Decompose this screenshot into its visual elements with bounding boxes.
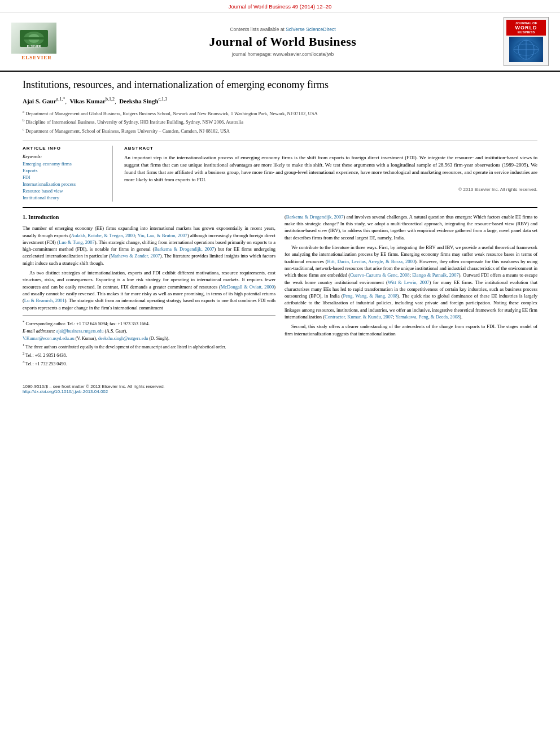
right-para-2: We contribute to the literature in three…: [285, 244, 537, 320]
article-info-panel: ARTICLE INFO Keywords: Emerging economy …: [23, 146, 113, 202]
intro-para-2: As two distinct strategies of internatio…: [23, 269, 275, 311]
footnote-star: * Corresponding author. Tel.: +1 732 646…: [23, 320, 275, 327]
ref-lu-beamish[interactable]: Lu & Beamish, 2001: [24, 298, 65, 303]
author-2-name: Vikas Kumar: [69, 98, 105, 104]
article-title: Institutions, resources, and internation…: [23, 78, 537, 91]
journal-citation-bar: Journal of World Business 49 (2014) 12–2…: [0, 0, 560, 12]
bottom-bar: 1090-9516/$ – see front matter © 2013 El…: [0, 381, 560, 397]
keyword-5: Resource based view: [23, 188, 106, 194]
section-divider: [23, 207, 537, 208]
elsevier-image: ELSEVIER: [11, 23, 56, 54]
email-kumar[interactable]: V.Kumar@econ.usyd.edu.au: [23, 336, 75, 341]
copyright: © 2013 Elsevier Inc. All rights reserved…: [124, 187, 537, 192]
ref-witt[interactable]: Witt & Lewin, 2007: [388, 279, 430, 285]
article-info-abstract: ARTICLE INFO Keywords: Emerging economy …: [23, 141, 537, 202]
affiliations: a Department of Management and Global Bu…: [23, 110, 537, 135]
email-gaur[interactable]: ajai@business.rutgers.edu: [56, 329, 104, 334]
journal-title: Journal of World Business: [73, 34, 492, 49]
ref-peng[interactable]: Peng, Wang, & Jiang, 2008: [343, 293, 398, 299]
ref-yiu[interactable]: Yiu, Lau, & Bruton, 2007: [137, 233, 187, 238]
article-info-title: ARTICLE INFO: [23, 146, 106, 151]
jwb-globe: [509, 37, 543, 62]
ref-barkema[interactable]: Barkema & Drogendijk, 2007: [154, 246, 214, 252]
doi-line: http://dx.doi.org/10.1016/j.jwb.2013.04.…: [23, 389, 537, 394]
authors-line: Ajai S. Gaura,1,*, Vikas Kumarb,1,2, Dee…: [23, 96, 537, 106]
keywords-label: Keywords:: [23, 154, 106, 159]
ref-yamakawa[interactable]: Yama­kawa, Peng, & Deeds, 2008: [395, 314, 460, 320]
ref-luo[interactable]: Luo & Tung, 2007: [59, 239, 95, 245]
ref-barkema-2[interactable]: Barkema & Drogendijk, 2007: [286, 214, 344, 220]
ref-mathews[interactable]: Mathews & Zander, 2007: [111, 253, 160, 259]
ref-cuervo[interactable]: Cuervo-Cazurra & Genc, 2008: [350, 272, 410, 278]
jwb-logo-label: JOURNAL OF WORLD BUSINESS: [506, 20, 546, 36]
footnote-3: 3 Tel.: +1 732 253 0490.: [23, 360, 275, 367]
right-para-3: Second, this study offers a clearer unde…: [285, 323, 537, 337]
svg-text:ELSEVIER: ELSEVIER: [27, 45, 41, 48]
main-content: Institutions, resources, and internation…: [0, 72, 560, 375]
right-para-1: (Barkema & Drogendijk, 2007) and involve…: [285, 213, 537, 241]
author-1-sup: a,1,*: [56, 97, 65, 102]
intro-heading: 1. Introduction: [23, 213, 275, 222]
affil-2: b Discipline of International Business, …: [23, 118, 537, 126]
doi-link[interactable]: http://dx.doi.org/10.1016/j.jwb.2013.04.…: [23, 389, 108, 394]
abstract-title: ABSTRACT: [124, 146, 537, 151]
ref-hitt[interactable]: Hitt, Dacin, Levitas, Arregle, & Borza, …: [327, 259, 414, 264]
keyword-6: Institutional theory: [23, 195, 106, 200]
affil-1: a Department of Management and Global Bu…: [23, 110, 537, 117]
abstract-text: An important step in the internationaliz…: [124, 154, 537, 184]
ref-mcdougall[interactable]: McDougall & Oviatt, 2000: [221, 284, 274, 290]
body-col-right: (Barkema & Drogendijk, 2007) and involve…: [285, 213, 537, 368]
jwb-logo: JOURNAL OF WORLD BUSINESS: [504, 17, 549, 66]
author-3-name: Deeksha Singh: [119, 98, 158, 104]
sciverse-link[interactable]: SciVerse ScienceDirect: [286, 27, 335, 32]
footnotes: * Corresponding author. Tel.: +1 732 646…: [23, 316, 275, 367]
author-1-name: Ajai S. Gaur: [23, 98, 56, 104]
journal-center: Contents lists available at SciVerse Sci…: [73, 27, 492, 57]
journal-header: ELSEVIER ELSEVIER Contents lists availab…: [0, 12, 560, 72]
journal-homepage: journal homepage: www.elsevier.com/locat…: [73, 51, 492, 57]
keyword-3: FDI: [23, 174, 106, 180]
author-2-sup: b,1,2: [106, 97, 115, 102]
sciverse-line: Contents lists available at SciVerse Sci…: [73, 27, 492, 32]
keyword-1: Emerging economy firms: [23, 161, 106, 167]
keyword-4: Internationalization process: [23, 181, 106, 187]
jwb-logo-box: JOURNAL OF WORLD BUSINESS: [504, 17, 549, 66]
body-col-left: 1. Introduction The number of emerging e…: [23, 213, 275, 368]
svg-rect-3: [24, 37, 44, 40]
body-columns: 1. Introduction The number of emerging e…: [23, 213, 537, 368]
affil-3: c Department of Management, School of Bu…: [23, 127, 537, 135]
email-singh[interactable]: deeksha.singh@rutgers.edu: [98, 336, 148, 341]
issn-line: 1090-9516/$ – see front matter © 2013 El…: [23, 384, 537, 389]
ref-elango[interactable]: Elango & Patnaik, 2007: [412, 272, 458, 278]
footnote-2: 2 Tel.: +61 2 9351 6438.: [23, 351, 275, 359]
intro-para-1: The number of emerging economy (EE) firm…: [23, 225, 275, 267]
elsevier-text: ELSEVIER: [11, 55, 62, 60]
abstract-panel: ABSTRACT An important step in the intern…: [124, 146, 537, 202]
ref-contractor[interactable]: Contractor, Kumar, & Kundu, 2007: [325, 314, 393, 320]
footnote-emails: V.Kumar@econ.usyd.edu.au (V. Kumar), dee…: [23, 335, 275, 342]
journal-citation-link[interactable]: Journal of World Business 49 (2014) 12–2…: [229, 3, 332, 10]
author-3-sup: c,1,3: [159, 97, 168, 102]
elsevier-logo: ELSEVIER ELSEVIER: [11, 23, 62, 60]
footnote-1: 1 The three authors contributed equally …: [23, 343, 275, 350]
keyword-2: Exports: [23, 168, 106, 173]
footnote-email-label: E-mail addresses: ajai@business.rutgers.…: [23, 328, 275, 334]
ref-aulakh[interactable]: Aulakh, Kotabe, & Teegan, 2000: [71, 233, 135, 238]
